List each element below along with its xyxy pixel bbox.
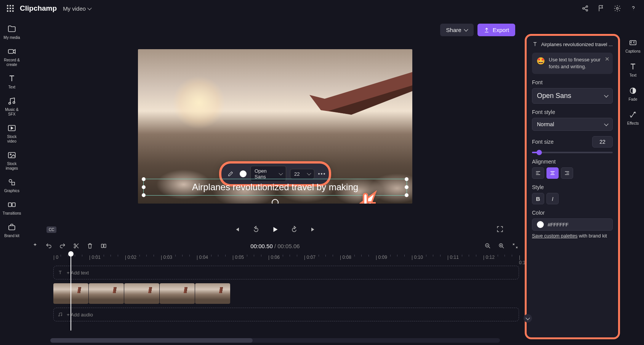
svg-rect-12 (8, 203, 11, 207)
font-label: Font (532, 79, 613, 85)
resize-handle[interactable] (142, 177, 146, 181)
split-button[interactable] (100, 242, 107, 250)
timeline-ruler[interactable]: | 0| 0:01| 0:02| 0:03| 0:04| 0:05| 0:06|… (53, 254, 527, 263)
sidebar-record[interactable]: Record & create (1, 45, 23, 69)
skip-forward-button[interactable] (308, 225, 318, 234)
rotate-handle[interactable] (272, 199, 279, 204)
fit-button[interactable] (511, 242, 519, 250)
resize-handle[interactable] (405, 185, 409, 189)
right-sidebar: Captions Text Fade Effects (622, 17, 644, 345)
share-network-icon[interactable] (582, 5, 589, 12)
svg-point-3 (617, 8, 618, 10)
color-picker-button[interactable]: #FFFFFF (532, 218, 613, 231)
sidebar-brand-kit[interactable]: Brand kit (1, 220, 23, 241)
ruler-tick: | 0:05 (232, 255, 244, 260)
svg-rect-14 (9, 226, 15, 230)
timeline-playhead[interactable] (70, 254, 71, 331)
font-style-label: Font style (532, 109, 613, 115)
undo-button[interactable] (45, 242, 53, 250)
flag-icon[interactable] (598, 5, 605, 12)
zoom-in-button[interactable] (498, 242, 505, 250)
forward-button[interactable] (289, 225, 299, 234)
redo-button[interactable] (59, 242, 66, 250)
svg-rect-17 (101, 244, 103, 248)
svg-point-22 (61, 315, 62, 316)
svg-point-6 (13, 102, 15, 104)
align-right-button[interactable] (561, 167, 573, 179)
text-content: Airplanes revolutionized travel by makin… (192, 182, 358, 193)
font-size-slider[interactable] (532, 152, 613, 153)
tip-text: Use text to finesse your fonts and writi… (549, 56, 608, 70)
sidebar-text[interactable]: Text (1, 72, 23, 92)
align-center-button[interactable] (546, 167, 559, 179)
video-name-dropdown[interactable]: My video (63, 5, 91, 12)
skip-back-button[interactable] (232, 225, 242, 234)
cc-button[interactable]: CC (46, 226, 56, 233)
svg-point-9 (10, 154, 11, 155)
save-palette-link[interactable]: Save custom palettes (532, 233, 578, 239)
resize-handle[interactable] (405, 177, 409, 181)
size-dropdown-toolbar[interactable]: 22 (290, 169, 314, 179)
share-button[interactable]: Share (440, 24, 474, 36)
fade-icon (628, 86, 638, 95)
resize-handle[interactable] (142, 193, 146, 197)
italic-button[interactable]: I (546, 193, 559, 204)
rightbar-captions[interactable]: Captions (622, 36, 644, 56)
settings-icon[interactable] (614, 5, 621, 12)
apps-button[interactable] (7, 5, 14, 12)
rightbar-effects[interactable]: Effects (622, 108, 644, 128)
align-left-button[interactable] (532, 167, 544, 179)
svg-point-1 (586, 6, 588, 7)
svg-point-16 (74, 244, 75, 245)
panel-collapse-button[interactable] (524, 314, 532, 323)
rewind-button[interactable] (251, 225, 261, 234)
svg-point-5 (9, 103, 11, 104)
video-preview[interactable]: Open Sans 22 Airplanes revolutionized tr… (138, 49, 412, 204)
sidebar-stock-video[interactable]: Stock video (1, 121, 23, 146)
delete-button[interactable] (86, 242, 94, 250)
bold-button[interactable]: B (532, 193, 544, 204)
scrollbar-thumb[interactable] (50, 338, 253, 343)
rightbar-text[interactable]: Text (622, 60, 644, 80)
music-icon (7, 96, 16, 106)
sidebar-graphics[interactable]: Graphics (1, 175, 23, 196)
font-dropdown[interactable]: Open Sans (532, 88, 613, 104)
font-style-dropdown[interactable]: Normal (532, 118, 613, 131)
export-button[interactable]: Export (477, 24, 515, 36)
tip-close-button[interactable]: ✕ (605, 55, 610, 63)
magic-tool-button[interactable] (31, 242, 39, 250)
sidebar-my-media[interactable]: My media (1, 22, 23, 42)
shapes-icon (7, 178, 16, 187)
sidebar-transitions[interactable]: Transitions (1, 198, 23, 218)
ruler-tick: | 0:07 (304, 255, 316, 260)
sidebar-stock-images[interactable]: Stock images (1, 148, 23, 173)
audio-track[interactable]: + Add audio (53, 308, 519, 321)
more-options-button[interactable] (318, 173, 325, 175)
zoom-out-button[interactable] (484, 242, 492, 250)
edit-text-button[interactable] (225, 168, 236, 179)
text-track[interactable]: + Add text (53, 266, 519, 279)
panel-header: Airplanes revolutionized travel ... (532, 41, 613, 47)
video-clip[interactable] (53, 283, 519, 304)
text-color-button[interactable] (240, 170, 247, 177)
svg-point-0 (583, 8, 584, 9)
font-size-input[interactable] (592, 136, 613, 148)
ruler-tick: | 0:01 (89, 255, 101, 260)
ruler-tick: | 0:11 (447, 255, 459, 260)
slider-thumb[interactable] (537, 150, 542, 155)
resize-handle[interactable] (405, 193, 409, 197)
rightbar-fade[interactable]: Fade (622, 84, 644, 104)
svg-point-21 (59, 315, 59, 316)
timeline-scrollbar[interactable] (50, 338, 500, 343)
help-icon[interactable] (630, 5, 637, 12)
ruler-tick: | 0:08 (340, 255, 351, 260)
sidebar-music[interactable]: Music & SFX (1, 94, 23, 119)
play-button[interactable] (270, 225, 280, 234)
fullscreen-button[interactable] (496, 225, 504, 234)
resize-handle[interactable] (142, 185, 146, 189)
svg-point-15 (74, 247, 75, 248)
timeline-timecode: 00:00.50 / 00:05.06 (250, 243, 300, 249)
ruler-tick: | 0:03 (161, 255, 172, 260)
folder-icon (7, 24, 16, 34)
cut-button[interactable] (72, 242, 80, 250)
